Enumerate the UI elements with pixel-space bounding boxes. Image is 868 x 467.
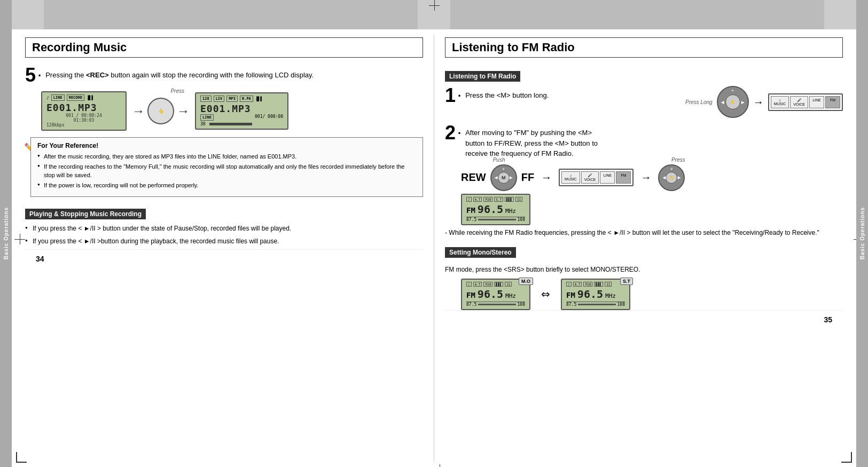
nav-arr-left-3: ◄ [661, 175, 667, 180]
nav-circle-container-2: Push + ◄ M ► [490, 164, 517, 191]
rew-label: REW [461, 171, 486, 184]
ff-label: FF [521, 171, 534, 184]
pages-container: Recording Music 5. Pressing the <REC> bu… [12, 29, 856, 467]
fm-icon-1: ♪ [466, 197, 472, 202]
fm-scale-right: 108 [518, 217, 525, 222]
mono-freq-row: FM 96.5 MHz [466, 288, 525, 300]
stereo-lcd-container: S.T ♪ A.T P20 ▌▌▌ 11 FM 96.5 MHz [561, 279, 630, 310]
mono-icon-at: A.T [473, 282, 482, 287]
right-banner-text: Basic Operations [859, 207, 865, 259]
left-bottom-bar: 34 [25, 249, 423, 268]
mono-scale: 87.5 108 [466, 302, 525, 307]
btn-line-2: LINE [600, 171, 615, 184]
arrow-btn-group: → 👆 → [132, 98, 190, 124]
lcd2-icons: 128 LIV MP3 R.PA ▐▌▌ [200, 96, 283, 102]
step1-devices: Press Long + ◄ 👆 ► → ♪MUSIC 🎤VOIC [685, 86, 843, 118]
lcd2-line-label: LINE [200, 114, 214, 121]
lcd-container: ♪ LINE RECORD ▐▌▌ E001.MP3 001 / 00:00:2… [41, 91, 423, 131]
stereo-icon-11: 11 [605, 282, 612, 287]
mono-stereo-header: Setting Mono/Stereo [445, 247, 516, 258]
lcd2-sub-num: 001/ 000:00 [255, 114, 283, 121]
corner-br [841, 452, 852, 463]
lcd2-icon-battery: ▐▌▌ [255, 97, 263, 101]
fm-lcd-container: ♪ A.T P20 S.T ▌▌▌ 11 FM 96.5 MHz 87.5 [461, 194, 843, 225]
page-right: Listening to FM Radio Listening to FM Ra… [434, 35, 848, 462]
fm-freq-row: FM 96.5 MHz [466, 203, 525, 216]
bullet-item-1: If you press the < ►/II > button under t… [25, 224, 423, 233]
btn-music-2: ♪MUSIC [561, 171, 580, 184]
lcd2-icon-mp3: MP3 [226, 96, 238, 102]
step1-text: Press the <M> button long. [465, 90, 549, 101]
lcd2-icon-liv: LIV [214, 96, 225, 102]
btn-line: LINE [809, 96, 824, 108]
ref-item-2: If the recording reaches to the "Memory … [37, 163, 416, 179]
lcd2-bottom: LINE 001/ 000:00 [200, 114, 283, 121]
arrow-to-fm-device: → [541, 171, 552, 184]
exchange-arrow-icon: ⇔ [541, 288, 550, 300]
lcd2-icon-rpa: R.PA [240, 96, 253, 102]
corner-bl [16, 452, 27, 463]
mono-stereo-row: M.O ♪ A.T P20 ▌▌▌ 11 FM 96.5 MHz [461, 279, 843, 310]
m-button-press: + ◄ 👆 ► [658, 164, 685, 191]
nav-center-2: M [498, 172, 510, 184]
nav-circle-container-3: Press + ◄ 👆 ► [658, 164, 685, 191]
left-banner-text: Basic Operations [3, 207, 9, 259]
nav-arr-right-2: ► [509, 175, 514, 180]
fm-unit-label: MHz [505, 208, 516, 215]
rewff-row: REW Push + ◄ M ► FF → [461, 164, 843, 191]
fm-band-label: FM [466, 206, 475, 215]
rec-button: 👆 [147, 98, 174, 124]
lcd1-icon-record: RECORD [67, 94, 84, 101]
lcd-display-1: ♪ LINE RECORD ▐▌▌ E001.MP3 001 / 00:00:2… [41, 91, 127, 131]
lcd2-bar-num: 30 [200, 122, 206, 126]
step2-number: 2 [445, 123, 456, 143]
right-bottom-bar: 35 [445, 310, 843, 329]
page-num-right: 35 [824, 315, 832, 324]
right-page-title: Listening to FM Radio [445, 37, 843, 58]
crosshair-top [429, 0, 440, 11]
stereo-icon-1: ♪ [566, 282, 572, 287]
lcd1-main-text: E001.MP3 [46, 102, 121, 113]
push-label: Push [493, 157, 505, 163]
top-bar-left [44, 0, 418, 29]
nav-finger: 👆 [730, 100, 735, 104]
listening-fm-header: Listening to FM Radio [445, 71, 520, 82]
lcd-display-2: 128 LIV MP3 R.PA ▐▌▌ E001.MP3 LINE 001/ … [195, 92, 288, 130]
left-side-banner: Basic Operations [0, 0, 12, 467]
stereo-scale-left: 87.5 [566, 302, 576, 307]
mono-icon-p20: P20 [483, 282, 492, 287]
btn-fm-2: FM [616, 171, 631, 184]
fm-icon-p20: P20 [483, 197, 492, 202]
playing-section-header: Playing & Stopping Music Recording [25, 209, 146, 219]
reference-box: For Your Reference! After the music reco… [30, 137, 423, 197]
mono-icon-1: ♪ [466, 282, 472, 287]
main-content: Recording Music 5. Pressing the <REC> bu… [12, 0, 856, 467]
ref-item-3: If the power is low, recording will not … [37, 181, 416, 189]
stereo-icons-top: ♪ A.T P20 ▌▌▌ 11 [566, 282, 625, 287]
lcd1-icons: ♪ LINE RECORD ▐▌▌ [46, 94, 121, 101]
mono-scale-left: 87.5 [466, 302, 476, 307]
fm-icon-at: A.T [473, 197, 482, 202]
ref-item-1: After the music recording, they are stor… [37, 153, 416, 161]
arrow-icon: → [132, 104, 145, 118]
step5-row: 5. Pressing the <REC> button again will … [25, 66, 423, 85]
mono-unit: MHz [505, 292, 516, 299]
fm-icon-st: S.T [494, 197, 503, 202]
m-button-rewff: + ◄ M ► [490, 164, 517, 191]
rewff-note: - While receiving the FM Radio frequenci… [445, 228, 843, 238]
step5-number: 5 [25, 66, 36, 85]
nav-arr-left-2: ◄ [494, 175, 499, 180]
fm-icons-top: ♪ A.T P20 S.T ▌▌▌ 11 [466, 197, 525, 202]
crosshair-bottom-mark [434, 464, 445, 467]
step5-text: Pressing the <REC> button again will sto… [45, 70, 314, 81]
lcd2-progress-bar [209, 123, 252, 125]
stereo-scale-right: 108 [617, 302, 625, 307]
lcd1-icon-battery: ▐▌▌ [87, 96, 94, 100]
press-long-label: Press Long [685, 99, 713, 105]
press-label-3: Press [671, 157, 685, 163]
top-strip [12, 0, 856, 29]
stereo-icon-battery: ▌▌▌ [594, 282, 603, 287]
press-label-1: Press [170, 88, 184, 94]
stereo-icon-at: A.T [573, 282, 582, 287]
lcd1-icon-tape: ♪ [46, 96, 49, 100]
